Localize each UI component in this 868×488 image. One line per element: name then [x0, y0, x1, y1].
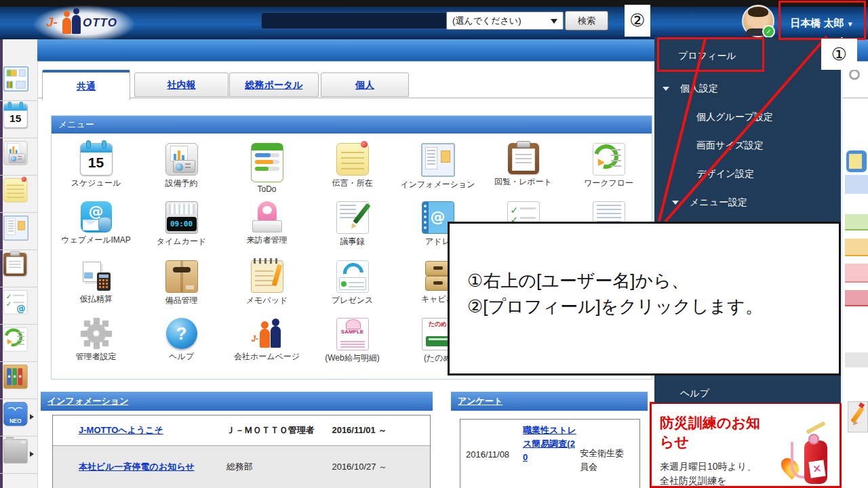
expense-icon	[81, 260, 112, 291]
sidebar-item-checkdoc[interactable]: ✓✓@	[0, 287, 37, 325]
checkdoc-icon: ✓✓@	[3, 290, 28, 314]
search-input[interactable]	[261, 12, 450, 29]
menu-item-伝言・所在[interactable]: 伝言・所在	[309, 143, 395, 197]
sidebar-item-neo[interactable]: NEO	[0, 399, 37, 436]
dropdown-item-個人グループ設定[interactable]: 個人グループ設定	[654, 106, 868, 127]
sidebar-item-note[interactable]	[0, 175, 37, 213]
survey-table: 2016/11/08職業性ストレス簡易調査(20安全衛生委員会	[460, 419, 640, 488]
sidebar-item-calendar[interactable]: 15	[0, 100, 37, 138]
online-status-check-icon: ✓	[762, 25, 775, 38]
menu-item-仮払精算[interactable]: 仮払精算	[53, 260, 139, 314]
menu-item-スケジュール[interactable]: 15スケジュール	[53, 143, 139, 197]
menu-item-label: 備品管理	[138, 295, 224, 306]
tab-社内報[interactable]: 社内報	[134, 73, 229, 97]
search-button[interactable]: 検索	[565, 11, 608, 30]
expand-arrow-icon[interactable]	[30, 414, 37, 420]
menu-item-ToDo[interactable]: ToDo	[224, 143, 310, 197]
menu-item-メモパッド[interactable]: メモパッド	[224, 260, 310, 314]
portal-icon	[3, 66, 28, 92]
annotation-step2-marker: ②	[625, 5, 650, 37]
jmotto-logo[interactable]: J- OTTO	[34, 5, 134, 39]
search-category-value: (選んでください)	[452, 16, 521, 26]
boxpack-icon	[165, 260, 198, 293]
tab-共通[interactable]: 共通	[42, 70, 130, 100]
sidebar-item-workflow[interactable]	[0, 324, 37, 362]
menu-item-管理者設定[interactable]: 管理者設定	[53, 318, 139, 372]
clipped-widget-pink	[845, 264, 868, 283]
fire-extinguisher-illustration: ✕	[783, 422, 830, 486]
survey-row: 2016/11/08職業性ストレス簡易調査(20安全衛生委員会	[460, 420, 639, 488]
dropdown-item-デザイン設定[interactable]: デザイン設定	[654, 163, 868, 184]
logo-text-otto: OTTO	[83, 16, 117, 30]
menu-item-label: 会社ホームページ	[224, 351, 310, 363]
information-panel-title[interactable]: インフォメーション	[47, 396, 128, 406]
calendar-icon: 15	[3, 104, 28, 128]
menu-item-label: 伝言・所在	[309, 178, 395, 189]
information-author: 総務部	[226, 461, 332, 473]
menu-item-label: ヘルプ	[138, 351, 224, 363]
menu-item-会社ホームページ[interactable]: J-会社ホームページ	[224, 318, 310, 372]
menu-item-(Web給与明細)[interactable]: SAMPLE(Web給与明細)	[309, 318, 395, 372]
menu-item-ヘルプ[interactable]: ?ヘルプ	[138, 318, 224, 372]
logo-orange-figure	[62, 18, 71, 34]
menu-item-label: スケジュール	[53, 178, 139, 189]
calendar-icon: 15	[80, 143, 113, 176]
information-row: 本社ビル一斉停電のお知らせ総務部2016/10/27 ～	[53, 446, 430, 488]
timecard-icon: 09:00	[165, 201, 198, 234]
edit-pencil-icon[interactable]	[848, 401, 868, 432]
sidebar-item-folder[interactable]	[0, 436, 37, 474]
menu-item-ワークフロー[interactable]: ワークフロー	[566, 143, 652, 197]
board-icon	[3, 216, 28, 241]
menu-item-備品管理[interactable]: 備品管理	[138, 260, 224, 314]
menu-item-来訪者管理[interactable]: 来訪者管理	[224, 201, 310, 256]
visitor-icon	[252, 201, 283, 232]
menu-item-ウェブメールIMAP[interactable]: @ウェブメールIMAP	[53, 201, 139, 256]
survey-link[interactable]: 職業性ストレス簡易調査(20	[523, 425, 576, 462]
tab-総務ポータル[interactable]: 総務ポータル	[229, 73, 319, 97]
menu-item-label: 仮払精算	[53, 293, 139, 305]
sidebar-item-portal[interactable]	[0, 63, 37, 101]
dropdown-item-メニュー設定[interactable]: メニュー設定	[654, 192, 868, 212]
user-menu-trigger[interactable]: 日本橋 太郎 ▼	[781, 7, 863, 39]
menu-item-label: ワークフロー	[566, 178, 652, 189]
projector-icon	[165, 143, 198, 176]
notice-body: 来週月曜日10時より、全社防災訓練を	[660, 460, 762, 488]
minutes-icon	[336, 201, 369, 234]
company-icon: J-	[252, 318, 283, 349]
menu-item-設備予約[interactable]: 設備予約	[138, 143, 224, 197]
tab-個人[interactable]: 個人	[321, 73, 409, 97]
menu-item-タイムカード[interactable]: 09:00タイムカード	[138, 201, 224, 256]
menu-item-label: (Web給与明細)	[309, 352, 395, 364]
menu-item-プレゼンス[interactable]: プレゼンス	[309, 260, 395, 314]
dropdown-item-画面サイズ設定[interactable]: 画面サイズ設定	[654, 135, 868, 155]
notice-title: 防災訓練のお知らせ	[660, 413, 768, 452]
survey-panel-title[interactable]: アンケート	[458, 396, 502, 406]
collapse-arrow-icon[interactable]	[663, 87, 669, 94]
information-link[interactable]: J-MOTTOへようこそ	[79, 425, 163, 435]
menu-item-回覧・レポート[interactable]: 回覧・レポート	[480, 143, 566, 197]
user-caret-icon: ▼	[847, 20, 854, 28]
avatar[interactable]: ✓	[742, 5, 774, 37]
search-category-select[interactable]: (選んでください)	[446, 12, 564, 30]
sidebar-item-clipboard[interactable]	[0, 249, 37, 287]
menu-item-label: 設備予約	[138, 178, 224, 189]
annotation-step1-marker: ①	[821, 39, 857, 70]
expand-arrow-icon[interactable]	[30, 451, 37, 457]
menu-item-label: プレゼンス	[309, 295, 395, 306]
folder-icon	[3, 439, 28, 464]
sidebar-item-projector[interactable]	[0, 138, 37, 176]
dropdown-item-個人設定[interactable]: 個人設定	[654, 78, 867, 98]
binders-icon	[3, 365, 28, 389]
menu-item-議事録[interactable]: 議事録	[309, 201, 395, 256]
menu-item-label: ToDo	[224, 184, 310, 194]
information-link[interactable]: 本社ビル一斉停電のお知らせ	[79, 462, 195, 472]
information-author: Ｊ－ＭＯＴＴＯ管理者	[226, 424, 332, 436]
sidebar-item-board[interactable]	[0, 212, 37, 250]
collapse-arrow-icon[interactable]	[672, 201, 679, 208]
menu-item-label: インフォメーション	[395, 179, 481, 190]
menu-item-label: 来訪者管理	[224, 235, 310, 246]
dropdown-item-ヘルプ[interactable]: ヘルプ	[654, 383, 867, 403]
logo-navy-figure	[72, 15, 81, 34]
menu-item-インフォメーション[interactable]: インフォメーション	[395, 143, 481, 197]
sidebar-item-binders[interactable]	[0, 361, 37, 399]
